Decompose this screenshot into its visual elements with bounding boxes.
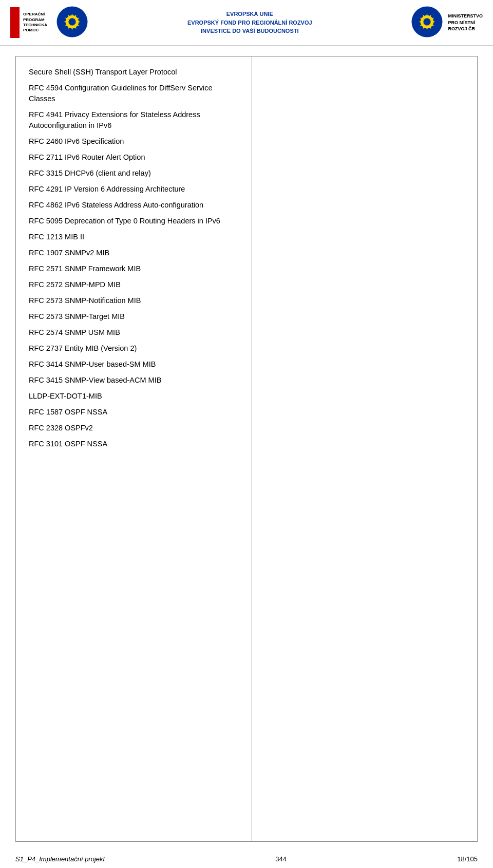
list-item: Secure Shell (SSH) Transport Layer Proto… bbox=[29, 67, 239, 78]
op-logo: OPERAČNÍ PROGRAM TECHNICKÁ POMOC bbox=[10, 7, 47, 38]
list-item: RFC 3414 SNMP-User based-SM MIB bbox=[29, 359, 239, 370]
svg-point-13 bbox=[412, 7, 443, 37]
eu-stars-left bbox=[55, 5, 89, 40]
content-right-cell bbox=[252, 56, 477, 841]
list-item: RFC 1587 OSPF NSSA bbox=[29, 407, 239, 418]
list-item: RFC 3101 OSPF NSSA bbox=[29, 439, 239, 449]
eu-title-line1: EVROPSKÁ UNIE bbox=[99, 10, 400, 18]
header-left-logos: OPERAČNÍ PROGRAM TECHNICKÁ POMOC bbox=[10, 5, 89, 40]
op-red-bar bbox=[10, 7, 20, 38]
list-item: RFC 4594 Configuration Guidelines for Di… bbox=[29, 83, 239, 104]
list-item: RFC 2460 IPv6 Specification bbox=[29, 136, 239, 147]
list-item: LLDP-EXT-DOT1-MIB bbox=[29, 391, 239, 402]
main-table: Secure Shell (SSH) Transport Layer Proto… bbox=[15, 56, 478, 842]
list-item: RFC 5095 Deprecation of Type 0 Routing H… bbox=[29, 216, 239, 227]
list-item: RFC 2737 Entity MIB (Version 2) bbox=[29, 343, 239, 354]
list-item: RFC 2574 SNMP USM MIB bbox=[29, 327, 239, 338]
list-item: RFC 2573 SNMP-Target MIB bbox=[29, 311, 239, 322]
list-item: RFC 1907 SNMPv2 MIB bbox=[29, 248, 239, 258]
footer-page-count: 18/105 bbox=[457, 855, 478, 863]
eu-title-line2: EVROPSKÝ FOND PRO REGIONÁLNÍ ROZVOJ bbox=[99, 18, 400, 27]
list-item: RFC 1213 MIB II bbox=[29, 232, 239, 242]
ministry-text: MINISTERSTVO PRO MÍSTNÍ ROZVOJ ČR bbox=[448, 13, 483, 32]
footer-page-number: 344 bbox=[275, 855, 287, 863]
footer-project-name: S1_P4_Implementační projekt bbox=[15, 855, 105, 863]
list-item: RFC 2573 SNMP-Notification MIB bbox=[29, 295, 239, 306]
svg-point-0 bbox=[57, 7, 88, 37]
list-item: RFC 4862 IPv6 Stateless Address Auto-con… bbox=[29, 200, 239, 211]
header-center-text: EVROPSKÁ UNIE EVROPSKÝ FOND PRO REGIONÁL… bbox=[99, 10, 400, 35]
header-right-logos: MINISTERSTVO PRO MÍSTNÍ ROZVOJ ČR bbox=[410, 5, 483, 40]
list-item: RFC 2711 IPv6 Router Alert Option bbox=[29, 152, 239, 163]
eu-title-line3: INVESTICE DO VAŠÍ BUDOUCNOSTI bbox=[99, 27, 400, 35]
eu-stars-right bbox=[410, 5, 444, 40]
list-item: RFC 3415 SNMP-View based-ACM MIB bbox=[29, 375, 239, 386]
content-left-cell: Secure Shell (SSH) Transport Layer Proto… bbox=[16, 56, 252, 841]
list-item: RFC 2572 SNMP-MPD MIB bbox=[29, 279, 239, 290]
list-item: RFC 4941 Privacy Extensions for Stateles… bbox=[29, 109, 239, 131]
op-text: OPERAČNÍ PROGRAM TECHNICKÁ POMOC bbox=[23, 12, 47, 33]
page-header: OPERAČNÍ PROGRAM TECHNICKÁ POMOC bbox=[0, 0, 493, 46]
list-item: RFC 3315 DHCPv6 (client and relay) bbox=[29, 168, 239, 179]
list-item: RFC 2571 SNMP Framework MIB bbox=[29, 263, 239, 274]
list-item: RFC 4291 IP Version 6 Addressing Archite… bbox=[29, 184, 239, 195]
page-footer: S1_P4_Implementační projekt 344 18/105 bbox=[0, 855, 493, 863]
list-item: RFC 2328 OSPFv2 bbox=[29, 423, 239, 433]
